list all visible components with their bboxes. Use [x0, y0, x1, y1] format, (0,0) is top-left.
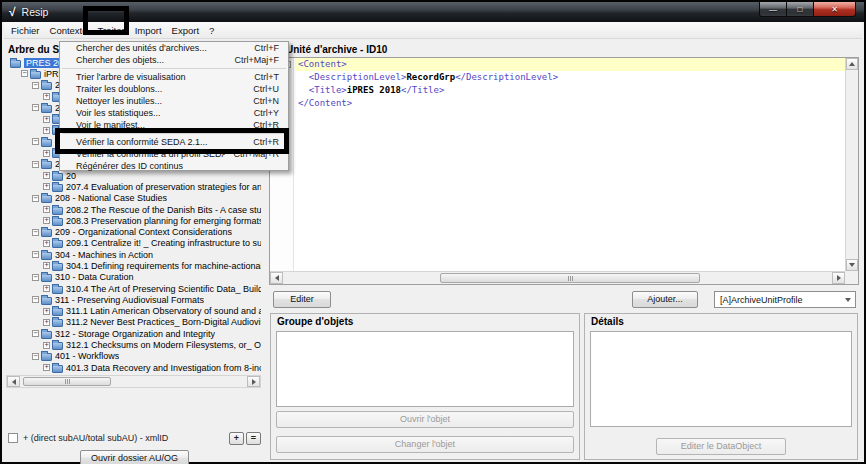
menu-item-shortcut: Ctrl+F [254, 43, 279, 53]
tree-row[interactable]: −209 - Organizational Context Considerat… [6, 226, 261, 237]
add-button[interactable]: Ajouter... [632, 291, 698, 308]
tree-row[interactable]: +209.1 Centralize it! _ Creating infrast… [6, 238, 261, 249]
expand-icon[interactable]: + [43, 217, 50, 224]
expand-icon[interactable]: + [43, 127, 50, 134]
collapse-all-button[interactable]: = [246, 432, 261, 445]
change-object-button[interactable]: Changer l'objet [276, 436, 574, 453]
tree-row[interactable]: −208 - National Case Studies [6, 193, 261, 204]
subau-count-checkbox[interactable] [8, 433, 18, 443]
scroll-left-icon[interactable] [7, 376, 20, 387]
collapse-icon[interactable]: − [32, 161, 39, 168]
tree-row[interactable]: +311.2 Never Best Practices_ Born-Digita… [6, 317, 261, 328]
scroll-right-icon[interactable] [247, 376, 260, 387]
metadata-profile-dropdown[interactable]: [A]ArchiveUnitProfile [714, 291, 856, 308]
menu-item-shortcut: Ctrl+T [254, 72, 279, 82]
expand-icon[interactable]: + [43, 116, 50, 123]
tree-row[interactable]: +207.4 Evaluation of preservation strate… [6, 181, 261, 192]
collapse-icon[interactable]: − [32, 229, 39, 236]
scrollbar-corner [845, 271, 858, 284]
expand-icon[interactable]: + [43, 206, 50, 213]
xml-line[interactable]: <DescriptionLevel>RecordGrp</Description… [295, 71, 845, 84]
xml-line[interactable]: <Title>iPRES 2018</Title> [295, 84, 845, 97]
open-object-button[interactable]: Ouvrir l'objet [276, 411, 574, 428]
close-button[interactable]: ✕ [814, 2, 856, 17]
edit-dataobject-button[interactable]: Editer le DataObject [656, 438, 786, 455]
menubar-item-import[interactable]: Import [130, 22, 167, 38]
collapse-icon[interactable]: − [32, 353, 39, 360]
object-group-title: Groupe d'objets [271, 314, 579, 329]
editor-horizontal-scrollbar[interactable] [270, 271, 845, 284]
collapse-icon[interactable]: − [32, 138, 39, 145]
minimize-button[interactable]: — [759, 2, 787, 17]
collapse-icon[interactable]: − [32, 251, 39, 258]
scroll-right-icon[interactable] [832, 272, 845, 284]
menu-item[interactable]: Voir les statistiques...Ctrl+Y [60, 107, 288, 119]
editor-vertical-scrollbar[interactable] [845, 58, 858, 271]
tree-row[interactable]: +208.2 The Rescue of the Danish Bits - A… [6, 204, 261, 215]
tree-row[interactable]: +310.4 The Art of Preserving Scientific … [6, 283, 261, 294]
collapse-icon[interactable]: − [32, 195, 39, 202]
scroll-up-icon[interactable] [846, 58, 858, 70]
maximize-button[interactable]: □ [787, 2, 814, 17]
object-group-list[interactable] [276, 331, 574, 407]
menubar-item-export[interactable]: Export [167, 22, 204, 38]
tree-row-label: 401.3 Data Recovery and Investigation fr… [66, 363, 261, 373]
window-title: Resip [22, 6, 49, 18]
expand-icon[interactable]: + [43, 172, 50, 179]
scroll-left-icon[interactable] [270, 272, 283, 284]
expand-icon[interactable]: + [43, 183, 50, 190]
menubar-item-fichier[interactable]: Fichier [6, 22, 45, 38]
menu-item[interactable]: Trier l'arbre de visualisationCtrl+T [60, 71, 288, 83]
expand-icon[interactable]: + [43, 262, 50, 269]
subau-count-label: + (direct subAU/total subAU) - xmlID [23, 433, 227, 443]
menu-item[interactable]: Chercher des objets...Ctrl+Maj+F [60, 54, 288, 66]
edit-button[interactable]: Editer [273, 291, 331, 308]
expand-icon[interactable]: + [43, 93, 50, 100]
tree-row[interactable]: +401.3 Data Recovery and Investigation f… [6, 362, 261, 373]
tree-row-label: 304.1 Defining requirements for machine-… [66, 261, 261, 271]
tree-row[interactable]: +311.1 Latin American Observatory of sou… [6, 306, 261, 317]
tree-row[interactable]: −310 - Data Curation [6, 272, 261, 283]
xml-code[interactable]: <Content> <DescriptionLevel>RecordGrp</D… [295, 58, 845, 271]
expand-icon[interactable]: + [43, 364, 50, 371]
scrollbar-thumb[interactable] [440, 273, 700, 283]
tree-row-label: 310.4 The Art of Preserving Scientific D… [66, 284, 261, 294]
collapse-icon[interactable]: − [32, 274, 39, 281]
tree-horizontal-scrollbar[interactable] [6, 375, 261, 388]
tree-row[interactable]: +208.3 Preservation planning for emergin… [6, 215, 261, 226]
tree-row[interactable]: +312.1 Checksums on Modern Filesystems, … [6, 339, 261, 350]
expand-icon[interactable]: + [43, 240, 50, 247]
expand-icon[interactable]: + [43, 308, 50, 315]
menubar-item-?[interactable]: ? [204, 22, 219, 38]
expand-all-button[interactable]: + [229, 432, 244, 445]
collapse-icon[interactable]: − [32, 104, 39, 111]
collapse-icon[interactable]: − [32, 296, 39, 303]
scroll-down-icon[interactable] [846, 259, 858, 271]
expand-icon[interactable]: + [43, 285, 50, 292]
expand-icon[interactable]: + [43, 150, 50, 157]
open-au-og-folder-button[interactable]: Ouvrir dossier AU/OG [80, 450, 189, 464]
xml-line[interactable]: </Content> [295, 97, 845, 110]
menu-item[interactable]: Régénérer des ID continus [60, 160, 288, 172]
menu-item[interactable]: Nettoyer les inutiles...Ctrl+N [60, 95, 288, 107]
expand-icon[interactable]: + [43, 319, 50, 326]
menu-item[interactable]: Traiter les doublons...Ctrl+U [60, 83, 288, 95]
editor-buttons-row: Editer Ajouter... [A]ArchiveUnitProfile [266, 291, 862, 308]
tree-row[interactable]: −401 - Workflows [6, 351, 261, 362]
tree-row[interactable]: −312 - Storage Organization and Integrit… [6, 328, 261, 339]
expand-icon[interactable]: + [43, 342, 50, 349]
collapse-icon[interactable]: − [32, 82, 39, 89]
folder-icon [52, 308, 63, 316]
xml-editor[interactable]: 1-234 <Content> <DescriptionLevel>Record… [269, 57, 859, 285]
tree-row[interactable]: −311 - Preserving Audiovisual Formats [6, 294, 261, 305]
collapse-icon[interactable]: − [32, 330, 39, 337]
xml-line[interactable]: <Content> [295, 58, 845, 71]
scrollbar-thumb[interactable] [23, 377, 111, 386]
menu-item[interactable]: Chercher des unités d'archives...Ctrl+F [60, 42, 288, 54]
tree-row[interactable]: −304 - Machines in Action [6, 249, 261, 260]
menu-item-label: Chercher des objets... [76, 55, 226, 65]
collapse-icon[interactable]: − [21, 70, 28, 77]
tree-row[interactable]: +304.1 Defining requirements for machine… [6, 260, 261, 271]
annotation-box-traiter [83, 6, 129, 35]
details-content [590, 331, 852, 427]
